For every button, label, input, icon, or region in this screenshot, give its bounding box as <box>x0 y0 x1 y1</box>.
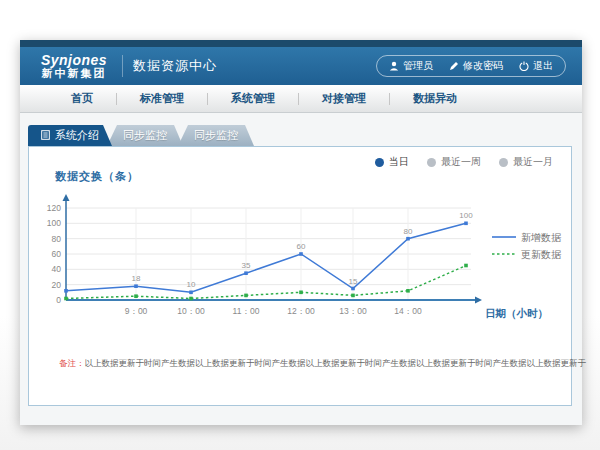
edit-icon <box>449 61 459 71</box>
tab-bar: 系统介绍 同步监控 同步监控 <box>28 125 254 146</box>
svg-text:35: 35 <box>242 261 251 270</box>
svg-text:11：00: 11：00 <box>233 306 260 316</box>
y-axis-title: 数据交换（条） <box>55 169 139 184</box>
svg-text:100: 100 <box>459 211 473 220</box>
logo-text: Synjones <box>36 53 112 67</box>
svg-text:9：00: 9：00 <box>125 306 148 316</box>
svg-text:120: 120 <box>47 203 61 213</box>
legend-item: 更新数据 <box>492 249 562 260</box>
tab-sync-monitor-1[interactable]: 同步监控 <box>107 125 183 146</box>
tab-sync-monitor-2[interactable]: 同步监控 <box>178 125 254 146</box>
svg-text:更新数据: 更新数据 <box>521 249 562 260</box>
svg-text:12：00: 12：00 <box>287 306 315 316</box>
svg-text:80: 80 <box>404 227 413 236</box>
svg-text:10：00: 10：00 <box>177 306 205 316</box>
header-bar: Synjones 新中新集团 数据资源中心 管理员 修改密码 <box>20 47 582 85</box>
svg-text:80: 80 <box>52 234 62 244</box>
nav-item-standard-mgmt[interactable]: 标准管理 <box>117 91 207 106</box>
user-icon <box>389 61 399 71</box>
user-actions-pill: 管理员 修改密码 退出 <box>376 55 566 77</box>
main-nav: 首页 标准管理 系统管理 对接管理 数据异动 <box>20 85 582 113</box>
footer-note-prefix: 备注： <box>59 358 85 368</box>
change-password-button[interactable]: 修改密码 <box>449 59 503 73</box>
page-title: 数据资源中心 <box>133 57 217 75</box>
svg-text:100: 100 <box>47 218 61 228</box>
tab-label: 同步监控 <box>194 128 238 143</box>
footer-note: 备注：以上数据更新于时间产生数据以上数据更新于时间产生数据以上数据更新于时间产生… <box>59 358 586 370</box>
tab-label: 同步监控 <box>123 128 167 143</box>
window-top-strip <box>20 40 582 47</box>
period-label: 当日 <box>389 155 409 169</box>
user-label: 管理员 <box>403 59 433 73</box>
radio-dot <box>427 158 436 167</box>
svg-text:13：00: 13：00 <box>339 306 367 316</box>
power-icon <box>519 61 529 71</box>
company-logo: Synjones 新中新集团 <box>36 53 112 80</box>
period-option-last-month[interactable]: 最近一月 <box>499 155 553 169</box>
nav-item-interface-mgmt[interactable]: 对接管理 <box>299 91 389 106</box>
svg-text:新增数据: 新增数据 <box>521 232 562 243</box>
period-label: 最近一月 <box>513 155 553 169</box>
document-icon <box>41 130 50 142</box>
nav-item-home[interactable]: 首页 <box>48 91 116 106</box>
nav-item-data-change[interactable]: 数据异动 <box>390 91 480 106</box>
logo-subtext: 新中新集团 <box>36 67 112 80</box>
svg-text:40: 40 <box>52 264 62 274</box>
svg-text:14：00: 14：00 <box>394 306 422 316</box>
app-window: Synjones 新中新集团 数据资源中心 管理员 修改密码 <box>20 40 582 425</box>
svg-text:0: 0 <box>56 295 61 305</box>
x-axis-title: 日期（小时） <box>485 307 548 320</box>
tab-system-intro[interactable]: 系统介绍 <box>28 125 112 146</box>
svg-text:60: 60 <box>297 242 306 251</box>
radio-dot <box>375 158 384 167</box>
period-filter: 当日 最近一周 最近一月 <box>375 155 553 169</box>
period-label: 最近一周 <box>441 155 481 169</box>
period-option-today[interactable]: 当日 <box>375 155 409 169</box>
content-panel: 当日 最近一周 最近一月 数据交换（条） 0204060801001209：00… <box>28 146 572 406</box>
logout-button[interactable]: 退出 <box>519 59 553 73</box>
svg-text:15: 15 <box>349 277 358 286</box>
radio-dot <box>499 158 508 167</box>
svg-text:20: 20 <box>52 280 62 290</box>
header-divider <box>122 55 123 77</box>
tab-label: 系统介绍 <box>55 128 99 143</box>
legend-item: 新增数据 <box>492 232 562 243</box>
svg-text:60: 60 <box>52 249 62 259</box>
svg-text:18: 18 <box>132 274 141 283</box>
svg-text:10: 10 <box>187 280 196 289</box>
nav-item-system-mgmt[interactable]: 系统管理 <box>208 91 298 106</box>
user-menu[interactable]: 管理员 <box>389 59 433 73</box>
footer-note-text: 以上数据更新于时间产生数据以上数据更新于时间产生数据以上数据更新于时间产生数据以… <box>85 358 587 368</box>
exchange-line-chart: 0204060801001209：0010：0011：0012：0013：001… <box>39 185 569 337</box>
logout-label: 退出 <box>533 59 553 73</box>
change-password-label: 修改密码 <box>463 59 503 73</box>
period-option-last-week[interactable]: 最近一周 <box>427 155 481 169</box>
